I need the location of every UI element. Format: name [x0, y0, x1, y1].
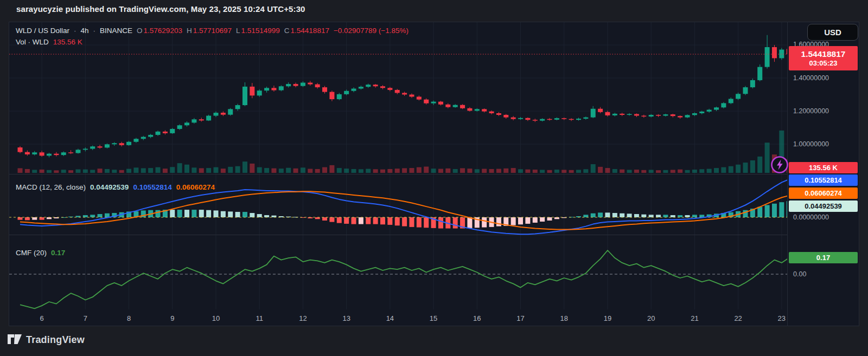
- price-chart-canvas[interactable]: [9, 22, 787, 309]
- time-axis-label: 12: [299, 314, 307, 322]
- last-price-value: 1.54418817: [801, 49, 846, 59]
- scale-label-macd-zero: 0.00000000: [793, 213, 829, 221]
- time-axis-label: 9: [170, 314, 174, 322]
- chart-container: WLD / US Dollar · 4h · BINANCE O1.576292…: [9, 22, 859, 326]
- time-axis-label: 10: [212, 314, 220, 322]
- publish-header: sarayucyzie published on TradingView.com…: [16, 4, 305, 14]
- scale-label-140: 1.40000000: [793, 74, 829, 82]
- exchange-label: BINANCE: [100, 27, 132, 35]
- signal-axis-label: 0.06060274: [789, 187, 858, 199]
- ohlc-open: O1.57629203: [137, 27, 182, 35]
- lightning-icon[interactable]: [770, 156, 789, 174]
- cmf-axis-label: 0.17: [789, 252, 858, 263]
- price-scale[interactable]: USD 1.60000000 1.40000000 1.20000000 1.0…: [787, 22, 860, 326]
- time-axis-label: 21: [691, 314, 698, 322]
- tradingview-logo-text: TradingView: [26, 334, 85, 346]
- macd-signal-value: 0.06060274: [176, 183, 215, 191]
- volume-legend: Vol · WLD 135.56 K: [16, 38, 82, 46]
- time-axis-label: 8: [127, 314, 131, 322]
- tradingview-logo-icon: [8, 334, 22, 346]
- cmf-value: 0.17: [51, 249, 65, 257]
- tradingview-branding[interactable]: TradingView: [8, 334, 85, 346]
- time-axis-label: 14: [386, 314, 394, 322]
- time-axis-label: 16: [473, 314, 481, 322]
- macd-axis-label: 0.10552814: [789, 174, 858, 186]
- symbol-name: WLD / US Dollar: [16, 27, 69, 35]
- time-axis-label: 6: [40, 314, 43, 322]
- macd-line-value: 0.10552814: [133, 183, 171, 191]
- last-price-label: 1.54418817 03:05:23: [789, 46, 858, 70]
- ohlc-low: L1.51514999: [236, 27, 280, 35]
- hist-axis-label: 0.04492539: [789, 200, 858, 212]
- macd-legend: MACD (12, 26, close) 0.04492539 0.105528…: [16, 183, 215, 191]
- macd-title: MACD (12, 26, close): [16, 183, 86, 191]
- time-axis-label: 22: [734, 314, 742, 322]
- time-axis[interactable]: 67891011121314151617181920212223: [9, 309, 787, 326]
- time-axis-label: 20: [647, 314, 655, 322]
- symbol-legend: WLD / US Dollar · 4h · BINANCE O1.576292…: [16, 27, 409, 35]
- ohlc-close: C1.54418817: [284, 27, 329, 35]
- volume-label: Vol · WLD: [16, 38, 49, 46]
- scale-label-120: 1.20000000: [793, 107, 829, 115]
- macd-hist-value: 0.04492539: [90, 183, 129, 191]
- cmf-title: CMF (20): [16, 249, 47, 257]
- time-axis-label: 23: [778, 314, 786, 322]
- time-axis-label: 18: [560, 314, 568, 322]
- volume-value: 135.56 K: [53, 38, 82, 46]
- time-axis-label: 17: [516, 314, 524, 322]
- change-label: −0.02907789 (−1.85%): [334, 27, 409, 35]
- scale-label-cmf-zero: 0.00: [793, 270, 806, 278]
- time-axis-label: 13: [342, 314, 350, 322]
- cmf-legend: CMF (20) 0.17: [16, 249, 65, 257]
- time-axis-label: 11: [256, 314, 263, 322]
- currency-toggle-button[interactable]: USD: [807, 24, 858, 41]
- interval-label: 4h: [81, 27, 89, 35]
- time-axis-label: 19: [604, 314, 611, 322]
- bar-countdown: 03:05:23: [809, 59, 837, 68]
- time-axis-label: 7: [84, 314, 87, 322]
- ohlc-high: H1.57710697: [187, 27, 232, 35]
- scale-label-100: 1.00000000: [793, 140, 829, 148]
- time-axis-label: 15: [430, 314, 437, 322]
- volume-axis-label: 135.56 K: [789, 162, 858, 173]
